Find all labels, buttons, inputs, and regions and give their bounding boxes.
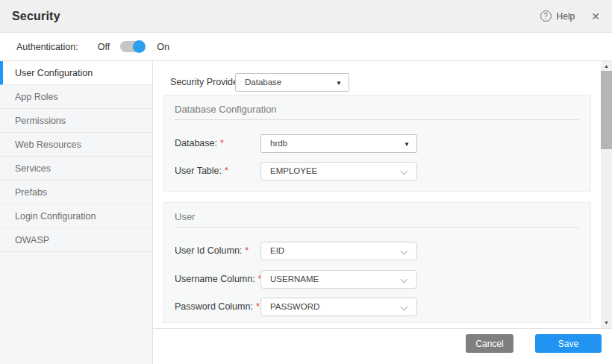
- username-column-label-text: Username Column:: [175, 274, 255, 284]
- scroll-up-icon[interactable]: ▲: [601, 61, 612, 72]
- sidebar-item-owasp[interactable]: OWASP: [0, 228, 152, 252]
- username-column-field-row: Username Column:* USERNAME: [175, 270, 579, 289]
- user-table-select[interactable]: EMPLOYEE: [260, 162, 417, 181]
- sidebar-item-permissions[interactable]: Permissions: [0, 109, 152, 133]
- username-column-value: USERNAME: [261, 271, 416, 288]
- toggle-on-label: On: [157, 42, 169, 52]
- dialog-footer: Cancel Save: [153, 328, 612, 364]
- user-table-label: User Table:*: [175, 162, 228, 181]
- authentication-bar: Authentication: Off On: [0, 33, 612, 61]
- database-configuration-section: Database Configuration Database:* hrdb ▼…: [163, 95, 591, 192]
- help-link[interactable]: Help: [557, 11, 575, 22]
- user-id-column-label-text: User Id Column:: [175, 245, 242, 256]
- authentication-toggle[interactable]: [120, 41, 144, 52]
- username-column-label: Username Column:*: [175, 270, 262, 289]
- required-asterisk: *: [245, 245, 249, 256]
- password-column-label-text: Password Column:: [175, 301, 253, 312]
- database-select[interactable]: hrdb ▼: [260, 134, 417, 153]
- dialog-header: Security ? Help ✕: [0, 0, 612, 33]
- header-actions: ? Help ✕: [540, 10, 600, 22]
- dropdown-arrow-icon: ▼: [404, 140, 410, 147]
- page-title: Security: [12, 10, 60, 23]
- save-button[interactable]: Save: [535, 334, 602, 353]
- required-asterisk: *: [256, 301, 260, 312]
- database-value: hrdb: [261, 135, 416, 152]
- close-icon[interactable]: ✕: [591, 10, 600, 22]
- scroll-down-icon[interactable]: ▼: [601, 318, 612, 328]
- sidebar-item-user-configuration[interactable]: User Configuration: [0, 61, 152, 85]
- sidebar-item-prefabs[interactable]: Prefabs: [0, 181, 152, 204]
- section-divider: [175, 119, 579, 120]
- dropdown-arrow-icon: ▼: [336, 79, 342, 86]
- vertical-scrollbar[interactable]: ▲ ▼: [601, 61, 612, 328]
- required-asterisk: *: [220, 138, 224, 148]
- password-column-select[interactable]: PASSWORD: [260, 298, 417, 316]
- password-column-label: Password Column:*: [175, 298, 260, 316]
- sidebar-nav: User Configuration App Roles Permissions…: [0, 61, 153, 364]
- main-content: Security Provider: Database ▼ Database C…: [154, 61, 601, 328]
- authentication-label: Authentication:: [16, 42, 78, 52]
- user-table-label-text: User Table:: [175, 166, 222, 176]
- user-id-column-select[interactable]: EID: [260, 242, 417, 260]
- cancel-button[interactable]: Cancel: [466, 334, 513, 353]
- database-field-row: Database:* hrdb ▼: [175, 134, 579, 153]
- user-table-field-row: User Table:* EMPLOYEE: [175, 162, 579, 181]
- security-dialog: Security ? Help ✕ Authentication: Off On…: [0, 0, 612, 364]
- section-title: Database Configuration: [175, 104, 277, 115]
- security-provider-label: Security Provider:: [170, 73, 244, 92]
- password-column-field-row: Password Column:* PASSWORD: [175, 298, 579, 316]
- section-title: User: [175, 211, 195, 222]
- required-asterisk: *: [225, 166, 228, 176]
- user-table-value: EMPLOYEE: [261, 163, 416, 180]
- username-column-select[interactable]: USERNAME: [260, 270, 417, 289]
- user-section: User User Id Column:* EID Username Colum…: [163, 202, 591, 323]
- security-provider-select[interactable]: Database ▼: [235, 73, 349, 92]
- toggle-off-label: Off: [98, 42, 110, 52]
- password-column-value: PASSWORD: [261, 298, 416, 316]
- toggle-knob: [133, 40, 146, 53]
- user-id-column-value: EID: [261, 242, 416, 260]
- user-id-column-field-row: User Id Column:* EID: [175, 242, 579, 260]
- security-provider-value: Database: [236, 74, 349, 91]
- database-label-text: Database:: [175, 138, 217, 148]
- scrollbar-thumb[interactable]: [601, 71, 612, 149]
- database-label: Database:*: [175, 134, 224, 153]
- sidebar-item-app-roles[interactable]: App Roles: [0, 85, 152, 109]
- sidebar-item-web-resources[interactable]: Web Resources: [0, 133, 152, 157]
- help-icon[interactable]: ?: [540, 10, 552, 22]
- user-id-column-label: User Id Column:*: [175, 242, 249, 260]
- sidebar-item-login-configuration[interactable]: Login Configuration: [0, 204, 152, 228]
- section-divider: [175, 227, 579, 228]
- sidebar-item-services[interactable]: Services: [0, 157, 152, 181]
